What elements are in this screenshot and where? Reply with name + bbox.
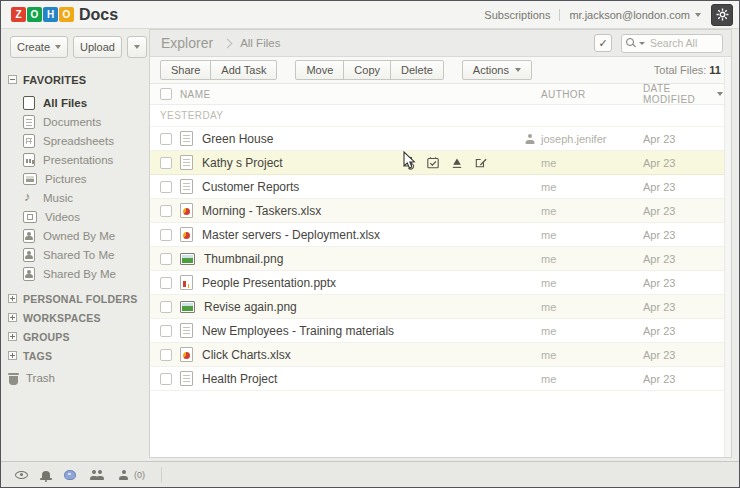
sidebar-section-personal-folders[interactable]: PERSONAL FOLDERS [1,289,146,308]
row-checkbox[interactable] [160,229,172,241]
add-task-button[interactable] [424,154,442,171]
breadcrumb-root[interactable]: Explorer [161,35,213,51]
sidebar-item-all-files[interactable]: All Files [1,93,146,112]
png-file-icon [180,253,195,265]
eye-icon[interactable] [15,471,28,479]
row-checkbox[interactable] [160,181,172,193]
sidebar-section-workspaces[interactable]: WORKSPACES [1,308,146,327]
row-checkbox[interactable] [160,301,172,313]
file-name[interactable]: New Employees - Training materials [202,324,541,338]
trash-icon [8,372,19,385]
table-row[interactable]: Morning - Taskers.xlsx me Apr 23 [150,199,731,223]
select-all-checkbox[interactable] [160,88,172,100]
sidebar-item-trash[interactable]: Trash [1,368,146,388]
table-row[interactable]: Customer Reports me Apr 23 [150,175,731,199]
file-author: me [541,205,643,217]
chevron-down-icon [55,45,61,49]
task-check-icon: ✓ [598,38,607,49]
column-date-modified[interactable]: DATE MODIFIED [643,83,723,105]
sidebar-item-pictures[interactable]: Pictures [1,169,146,188]
scrollbar[interactable] [724,58,731,457]
share-file-button[interactable] [400,154,418,171]
file-name[interactable]: Master servers - Deployment.xlsx [202,228,541,242]
row-checkbox[interactable] [160,253,172,265]
create-button[interactable]: Create [10,36,68,58]
all-files-icon [23,96,35,110]
contacts-icon[interactable] [90,470,105,480]
bell-icon[interactable] [42,471,50,479]
delete-button[interactable]: Delete [390,60,444,80]
row-checkbox[interactable] [160,157,172,169]
upload-options-button[interactable] [127,36,147,58]
user-icon[interactable] [119,470,128,480]
sidebar-item-music[interactable]: Music [1,188,146,207]
search-input[interactable] [648,36,718,50]
expand-plus-icon[interactable] [8,313,17,322]
table-row[interactable]: Green House joseph.jenifer Apr 23 [150,127,731,151]
collapse-minus-icon[interactable] [8,75,17,84]
file-name[interactable]: Health Project [202,372,541,386]
task-view-button[interactable]: ✓ [594,34,612,52]
share-button[interactable]: Share [160,60,211,80]
file-name[interactable]: People Presentation.pptx [202,276,541,290]
file-author: me [541,253,643,265]
expand-plus-icon[interactable] [8,294,17,303]
chat-presence-icon[interactable] [64,470,76,480]
sidebar-item-documents[interactable]: Documents [1,112,146,131]
sidebar-section-groups[interactable]: GROUPS [1,327,146,346]
sidebar-section-tags[interactable]: TAGS [1,346,146,365]
file-date: Apr 23 [643,229,723,241]
table-row[interactable]: Master servers - Deployment.xlsx me Apr … [150,223,731,247]
zoho-docs-logo[interactable]: ZOHO Docs [11,6,118,24]
column-name[interactable]: NAME [180,89,541,100]
row-checkbox[interactable] [160,349,172,361]
table-row[interactable]: People Presentation.pptx me Apr 23 [150,271,731,295]
sidebar-item-shared-to-me[interactable]: Shared To Me [1,245,146,264]
row-checkbox[interactable] [160,277,172,289]
collapsed-sections: PERSONAL FOLDERS WORKSPACES GROUPS TAGS [1,289,146,365]
table-row[interactable]: Kathy s Project [150,151,731,175]
sidebar-item-presentations[interactable]: Presentations [1,150,146,169]
actions-button[interactable]: Actions [462,60,532,80]
search-box[interactable] [621,34,723,53]
settings-gear-button[interactable] [711,4,733,26]
file-name[interactable]: Thumbnail.png [204,252,541,266]
table-row[interactable]: Thumbnail.png me Apr 23 [150,247,731,271]
table-row[interactable]: New Employees - Training materials me Ap… [150,319,731,343]
file-name[interactable]: Customer Reports [202,180,541,194]
create-button-label: Create [17,41,50,53]
add-task-button[interactable]: Add Task [210,60,277,80]
account-menu[interactable]: mr.jackson@london.com [569,9,701,21]
sidebar-item-videos[interactable]: Videos [1,207,146,226]
file-name[interactable]: Click Charts.xlsx [202,348,541,362]
row-checkbox[interactable] [160,325,172,337]
row-checkbox[interactable] [160,133,172,145]
subscriptions-link[interactable]: Subscriptions [484,9,550,21]
file-date: Apr 23 [643,253,723,265]
file-name[interactable]: Green House [202,132,541,146]
edit-button[interactable] [472,154,490,171]
move-button[interactable]: Move [295,60,344,80]
table-row[interactable]: Revise again.png me Apr 23 [150,295,731,319]
search-scope-chevron-icon[interactable] [639,42,645,45]
column-author[interactable]: AUTHOR [541,89,643,100]
upload-button[interactable] [448,154,466,171]
table-row[interactable]: Click Charts.xlsx me Apr 23 [150,343,731,367]
breadcrumb-right: ✓ [594,34,723,53]
file-name[interactable]: Kathy s Project [202,156,541,170]
row-checkbox[interactable] [160,205,172,217]
sidebar-item-owned-by-me[interactable]: Owned By Me [1,226,146,245]
file-author: me [541,229,643,241]
row-checkbox[interactable] [160,373,172,385]
topbar: ZOHO Docs Subscriptions mr.jackson@londo… [1,1,739,29]
copy-button[interactable]: Copy [343,60,391,80]
sidebar-item-spreadsheets[interactable]: Spreadsheets [1,131,146,150]
table-row[interactable]: Health Project me Apr 23 [150,367,731,391]
upload-button[interactable]: Upload [73,36,122,58]
favorites-section-header[interactable]: FAVORITES [1,70,146,89]
expand-plus-icon[interactable] [8,332,17,341]
expand-plus-icon[interactable] [8,351,17,360]
file-name[interactable]: Morning - Taskers.xlsx [202,204,541,218]
file-name[interactable]: Revise again.png [204,300,541,314]
sidebar-item-shared-by-me[interactable]: Shared By Me [1,264,146,283]
